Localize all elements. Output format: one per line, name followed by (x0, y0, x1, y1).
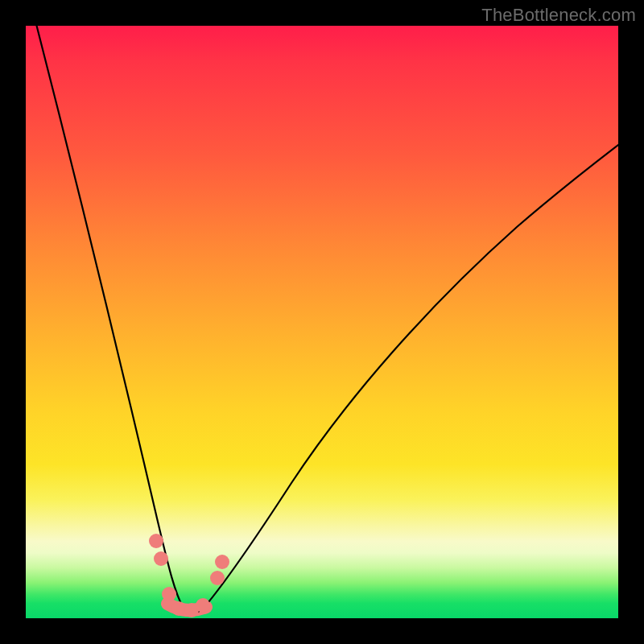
watermark-text: TheBottleneck.com (481, 5, 636, 26)
plot-area (26, 26, 618, 618)
curve-marker (215, 555, 229, 569)
curve-marker (210, 571, 225, 585)
curve-marker (162, 587, 176, 601)
curve-marker (154, 551, 168, 566)
bottleneck-curve (35, 26, 618, 613)
bottleneck-curve-svg (26, 26, 618, 618)
curve-marker (171, 601, 186, 616)
curve-marker (149, 534, 163, 548)
chart-frame: TheBottleneck.com (0, 0, 644, 644)
curve-marker (196, 598, 210, 613)
